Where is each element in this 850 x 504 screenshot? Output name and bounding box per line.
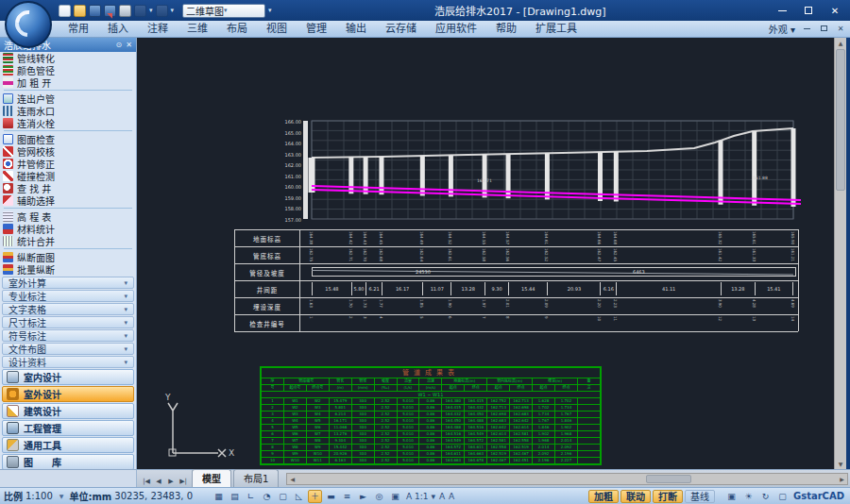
vertical-scrollbar[interactable]: ▲ ▼ <box>834 38 846 469</box>
ribbon-tab-2[interactable]: 注释 <box>138 21 178 38</box>
panel-close-icon[interactable]: ✕ <box>126 41 132 49</box>
ortho-icon[interactable]: ∟ <box>244 490 258 503</box>
save-icon[interactable] <box>89 5 101 17</box>
toggle-加粗[interactable]: 加粗 <box>588 490 619 503</box>
scale-dropdown-icon[interactable]: ▼ <box>60 493 64 499</box>
ribbon-tab-8[interactable]: 云存储 <box>376 21 426 38</box>
tab-model[interactable]: 模型 <box>192 469 231 487</box>
lineweight-icon[interactable]: ▬ <box>324 490 338 503</box>
undo-dropdown-icon[interactable]: ▾ <box>149 7 153 14</box>
horizontal-scroll-thumb[interactable] <box>646 475 691 483</box>
maximize-button[interactable] <box>795 2 822 19</box>
quickprop-icon[interactable]: ≡ <box>340 490 354 503</box>
section-5[interactable]: 图 库 <box>2 454 134 469</box>
sync-icon[interactable]: ↻ <box>758 490 773 503</box>
group-item-6[interactable]: 设计资料▾ <box>2 356 134 368</box>
tool-item-11[interactable]: 辅助选择 <box>0 194 136 207</box>
toggle-基线[interactable]: 基线 <box>685 490 715 503</box>
scroll-left-icon[interactable]: ◀ <box>287 474 298 484</box>
tool-item-2[interactable]: 加 粗 开 <box>0 76 136 89</box>
toggle-联动[interactable]: 联动 <box>620 490 651 503</box>
drawing-canvas[interactable]: 166.00165.00164.00163.00162.00161.00160.… <box>137 38 834 469</box>
section-0[interactable]: 室内设计 <box>2 369 134 385</box>
vertical-scroll-thumb[interactable] <box>836 49 845 191</box>
scroll-right-icon[interactable]: ▶ <box>837 474 847 484</box>
group-item-0[interactable]: 室外计算▾ <box>2 277 134 289</box>
mdi-close-button[interactable]: ✕ <box>835 25 846 33</box>
workspace-switch-icon[interactable]: ▣ <box>724 490 739 503</box>
results-cell: 5.010 <box>397 425 419 431</box>
well-spacing-cell: 20.93 <box>547 282 600 295</box>
minimize-button[interactable] <box>769 2 795 19</box>
cursor-select-icon[interactable]: ► <box>356 490 370 503</box>
pin-icon[interactable]: ⊙ <box>116 41 123 49</box>
tab-layout1[interactable]: 布局1 <box>233 469 279 487</box>
snap-icon[interactable]: ▤ <box>228 490 242 503</box>
grid-icon[interactable]: ▦ <box>212 490 226 503</box>
tool-item-16[interactable]: 批量纵断 <box>0 263 136 276</box>
polar-icon[interactable]: ◔ <box>260 490 274 503</box>
ribbon-tab-6[interactable]: 管理 <box>297 21 336 38</box>
ribbon-tab-4[interactable]: 布局 <box>217 21 257 38</box>
bulb-icon[interactable]: ☀ <box>741 490 756 503</box>
redo-dropdown-icon[interactable]: ▾ <box>171 7 175 14</box>
group-item-label: 室外计算 <box>8 276 124 290</box>
scroll-down-icon[interactable]: ▼ <box>835 459 846 469</box>
ribbon-tab-bar: 常用插入注释三维布局视图管理输出云存储应用软件帮助扩展工具 外观 ▾ ✕ <box>0 21 850 38</box>
tab-nav-3[interactable]: ▶| <box>178 478 189 485</box>
group-item-1[interactable]: 专业标注▾ <box>2 290 134 302</box>
toggle-打断[interactable]: 打断 <box>653 490 683 503</box>
results-subheader: (L/s) <box>397 385 419 392</box>
workspace-select[interactable]: 二维草图 ▾ <box>182 4 265 18</box>
group-item-4[interactable]: 符号标注▾ <box>2 329 134 342</box>
tab-nav-0[interactable]: |◀ <box>141 478 152 485</box>
app-logo-icon[interactable] <box>5 1 52 48</box>
dyn-input-icon[interactable]: ＋ <box>308 490 322 503</box>
annotation-visibility-icon[interactable]: A <box>439 492 445 501</box>
clean-screen-icon[interactable]: ▢ <box>775 490 790 503</box>
mdi-restore-button[interactable] <box>818 25 829 33</box>
results-header: 流量 <box>397 378 419 385</box>
ribbon-tab-7[interactable]: 输出 <box>336 21 376 38</box>
ribbon-tab-0[interactable]: 常用 <box>59 21 98 38</box>
section-1[interactable]: 室外设计 <box>2 386 134 402</box>
horizontal-scrollbar[interactable]: ◀ ▶ <box>286 473 848 485</box>
mdi-minimize-button[interactable] <box>801 25 812 33</box>
tab-nav-1[interactable]: ◀ <box>153 478 164 485</box>
print-icon[interactable] <box>119 5 131 17</box>
section-3[interactable]: 工程管理 <box>2 420 134 436</box>
tool-item-5[interactable]: 连消火栓 <box>0 117 136 129</box>
tool-item-14[interactable]: 统计合并 <box>0 235 136 247</box>
close-button[interactable]: ✕ <box>822 2 848 19</box>
group-item-3[interactable]: 尺寸标注▾ <box>2 316 134 328</box>
section-2[interactable]: 建筑设计 <box>2 403 134 419</box>
profile-cell-value: 162.58 <box>482 248 485 262</box>
ribbon-tab-10[interactable]: 帮助 <box>486 21 526 38</box>
appearance-menu[interactable]: 外观 ▾ <box>769 22 795 36</box>
otrack-icon[interactable]: ◺ <box>292 490 306 503</box>
ribbon-tab-9[interactable]: 应用软件 <box>426 21 486 38</box>
new-file-icon[interactable] <box>59 5 71 17</box>
magnifier-icon[interactable]: ◎ <box>372 490 386 503</box>
tab-nav-2[interactable]: ▶ <box>165 478 177 485</box>
scroll-up-icon[interactable]: ▲ <box>835 38 846 48</box>
ribbon-tab-5[interactable]: 视图 <box>257 21 297 38</box>
save-as-icon[interactable] <box>104 5 116 17</box>
scale-value[interactable]: 1:100 <box>26 491 53 501</box>
results-header: 埋深(m) <box>533 378 578 385</box>
redo-icon[interactable] <box>156 5 168 17</box>
ribbon-tab-11[interactable]: 扩展工具 <box>526 21 586 38</box>
results-cell: W9 <box>306 445 329 451</box>
monitor-icon[interactable]: ▣ <box>388 490 402 503</box>
annotation-scale[interactable]: A 1:1 ▾ <box>406 492 435 501</box>
open-file-icon[interactable] <box>74 5 86 17</box>
bold-line-icon <box>3 77 13 88</box>
osnap-icon[interactable]: ▢ <box>276 490 290 503</box>
ribbon-tab-3[interactable]: 三维 <box>178 21 217 38</box>
ribbon-tab-1[interactable]: 插入 <box>98 21 138 38</box>
section-4[interactable]: 通用工具 <box>2 437 134 453</box>
group-item-5[interactable]: 文件布图▾ <box>2 343 134 355</box>
annotation-auto-icon[interactable]: A <box>449 492 454 501</box>
undo-icon[interactable] <box>134 5 146 17</box>
group-item-2[interactable]: 文字表格▾ <box>2 303 134 315</box>
